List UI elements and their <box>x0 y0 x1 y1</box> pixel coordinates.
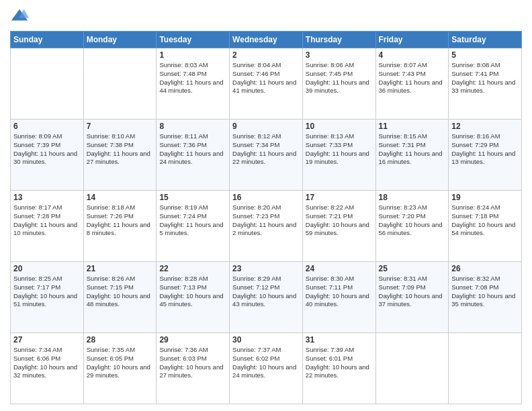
day-cell: 5Sunrise: 8:08 AM Sunset: 7:41 PM Daylig… <box>449 48 522 120</box>
day-number: 29 <box>159 335 226 345</box>
day-number: 16 <box>232 193 300 202</box>
day-cell: 23Sunrise: 8:29 AM Sunset: 7:12 PM Dayli… <box>230 262 303 333</box>
day-cell: 21Sunrise: 8:26 AM Sunset: 7:15 PM Dayli… <box>83 262 157 333</box>
day-cell: 29Sunrise: 7:36 AM Sunset: 6:03 PM Dayli… <box>157 333 230 404</box>
day-cell: 14Sunrise: 8:18 AM Sunset: 7:26 PM Dayli… <box>83 191 157 262</box>
weekday-header-wednesday: Wednesday <box>230 32 303 48</box>
day-number: 8 <box>159 122 226 131</box>
day-number: 28 <box>87 335 154 345</box>
day-number: 18 <box>379 193 446 202</box>
day-info: Sunrise: 8:32 AM Sunset: 7:08 PM Dayligh… <box>451 275 519 309</box>
day-info: Sunrise: 8:08 AM Sunset: 7:41 PM Dayligh… <box>451 61 519 95</box>
day-cell: 26Sunrise: 8:32 AM Sunset: 7:08 PM Dayli… <box>449 262 522 333</box>
day-number: 21 <box>87 264 154 273</box>
day-cell: 6Sunrise: 8:09 AM Sunset: 7:39 PM Daylig… <box>11 120 84 191</box>
day-info: Sunrise: 8:07 AM Sunset: 7:43 PM Dayligh… <box>379 61 446 95</box>
day-info: Sunrise: 7:39 AM Sunset: 6:01 PM Dayligh… <box>306 346 373 380</box>
week-row-1: 1Sunrise: 8:03 AM Sunset: 7:48 PM Daylig… <box>11 48 522 120</box>
day-number: 1 <box>159 50 226 60</box>
day-number: 27 <box>13 335 81 345</box>
day-cell: 18Sunrise: 8:23 AM Sunset: 7:20 PM Dayli… <box>375 191 449 262</box>
day-info: Sunrise: 8:16 AM Sunset: 7:29 PM Dayligh… <box>451 132 519 167</box>
day-number: 7 <box>87 122 154 131</box>
week-row-4: 20Sunrise: 8:25 AM Sunset: 7:17 PM Dayli… <box>11 262 522 333</box>
day-cell: 28Sunrise: 7:35 AM Sunset: 6:05 PM Dayli… <box>83 333 157 404</box>
day-info: Sunrise: 8:29 AM Sunset: 7:12 PM Dayligh… <box>232 275 300 309</box>
day-number: 25 <box>379 264 446 273</box>
day-cell: 16Sunrise: 8:20 AM Sunset: 7:23 PM Dayli… <box>230 191 303 262</box>
day-info: Sunrise: 8:26 AM Sunset: 7:15 PM Dayligh… <box>87 275 154 309</box>
day-cell: 17Sunrise: 8:22 AM Sunset: 7:21 PM Dayli… <box>302 191 375 262</box>
day-cell: 31Sunrise: 7:39 AM Sunset: 6:01 PM Dayli… <box>302 333 375 404</box>
day-number: 22 <box>159 264 226 273</box>
day-info: Sunrise: 8:20 AM Sunset: 7:23 PM Dayligh… <box>232 203 300 238</box>
day-cell: 25Sunrise: 8:31 AM Sunset: 7:09 PM Dayli… <box>375 262 449 333</box>
day-number: 23 <box>232 264 300 273</box>
day-cell: 1Sunrise: 8:03 AM Sunset: 7:48 PM Daylig… <box>157 48 230 120</box>
weekday-header-row: SundayMondayTuesdayWednesdayThursdayFrid… <box>11 32 522 48</box>
day-number: 6 <box>13 122 81 131</box>
day-number: 5 <box>451 50 519 60</box>
weekday-header-monday: Monday <box>83 32 157 48</box>
day-info: Sunrise: 8:25 AM Sunset: 7:17 PM Dayligh… <box>13 275 81 309</box>
day-cell: 9Sunrise: 8:12 AM Sunset: 7:34 PM Daylig… <box>230 120 303 191</box>
day-number: 31 <box>306 335 373 345</box>
day-cell: 3Sunrise: 8:06 AM Sunset: 7:45 PM Daylig… <box>302 48 375 120</box>
day-info: Sunrise: 8:10 AM Sunset: 7:38 PM Dayligh… <box>87 132 154 167</box>
day-info: Sunrise: 8:28 AM Sunset: 7:13 PM Dayligh… <box>159 275 226 309</box>
day-cell: 2Sunrise: 8:04 AM Sunset: 7:46 PM Daylig… <box>230 48 303 120</box>
calendar-table: SundayMondayTuesdayWednesdayThursdayFrid… <box>10 31 522 404</box>
day-number: 11 <box>379 122 446 131</box>
day-number: 19 <box>451 193 519 202</box>
page: SundayMondayTuesdayWednesdayThursdayFrid… <box>0 0 532 411</box>
day-info: Sunrise: 8:03 AM Sunset: 7:48 PM Dayligh… <box>159 61 226 95</box>
day-number: 2 <box>232 50 300 60</box>
day-info: Sunrise: 8:24 AM Sunset: 7:18 PM Dayligh… <box>451 203 519 238</box>
day-info: Sunrise: 7:35 AM Sunset: 6:05 PM Dayligh… <box>87 346 154 380</box>
day-info: Sunrise: 8:11 AM Sunset: 7:36 PM Dayligh… <box>159 132 226 167</box>
day-cell: 15Sunrise: 8:19 AM Sunset: 7:24 PM Dayli… <box>157 191 230 262</box>
day-info: Sunrise: 8:22 AM Sunset: 7:21 PM Dayligh… <box>306 203 373 238</box>
week-row-5: 27Sunrise: 7:34 AM Sunset: 6:06 PM Dayli… <box>11 333 522 404</box>
day-number: 3 <box>306 50 373 60</box>
day-info: Sunrise: 8:31 AM Sunset: 7:09 PM Dayligh… <box>379 275 446 309</box>
day-info: Sunrise: 8:15 AM Sunset: 7:31 PM Dayligh… <box>379 132 446 167</box>
day-cell: 12Sunrise: 8:16 AM Sunset: 7:29 PM Dayli… <box>449 120 522 191</box>
day-cell <box>449 333 522 404</box>
day-cell: 8Sunrise: 8:11 AM Sunset: 7:36 PM Daylig… <box>157 120 230 191</box>
weekday-header-thursday: Thursday <box>302 32 375 48</box>
day-number: 4 <box>379 50 446 60</box>
day-number: 10 <box>306 122 373 131</box>
day-cell: 4Sunrise: 8:07 AM Sunset: 7:43 PM Daylig… <box>375 48 449 120</box>
day-cell <box>375 333 449 404</box>
day-number: 26 <box>451 264 519 273</box>
day-number: 24 <box>306 264 373 273</box>
day-info: Sunrise: 8:19 AM Sunset: 7:24 PM Dayligh… <box>159 203 226 238</box>
day-cell: 7Sunrise: 8:10 AM Sunset: 7:38 PM Daylig… <box>83 120 157 191</box>
day-info: Sunrise: 8:04 AM Sunset: 7:46 PM Dayligh… <box>232 61 300 95</box>
day-cell <box>83 48 157 120</box>
day-number: 14 <box>87 193 154 202</box>
day-info: Sunrise: 8:18 AM Sunset: 7:26 PM Dayligh… <box>87 203 154 238</box>
logo-icon <box>10 7 29 26</box>
day-number: 13 <box>13 193 81 202</box>
day-number: 20 <box>13 264 81 273</box>
day-cell: 20Sunrise: 8:25 AM Sunset: 7:17 PM Dayli… <box>11 262 84 333</box>
day-cell: 24Sunrise: 8:30 AM Sunset: 7:11 PM Dayli… <box>302 262 375 333</box>
day-info: Sunrise: 8:13 AM Sunset: 7:33 PM Dayligh… <box>306 132 373 167</box>
day-cell: 27Sunrise: 7:34 AM Sunset: 6:06 PM Dayli… <box>11 333 84 404</box>
day-number: 12 <box>451 122 519 131</box>
day-cell: 13Sunrise: 8:17 AM Sunset: 7:28 PM Dayli… <box>11 191 84 262</box>
day-cell: 11Sunrise: 8:15 AM Sunset: 7:31 PM Dayli… <box>375 120 449 191</box>
day-cell: 30Sunrise: 7:37 AM Sunset: 6:02 PM Dayli… <box>230 333 303 404</box>
day-info: Sunrise: 8:12 AM Sunset: 7:34 PM Dayligh… <box>232 132 300 167</box>
day-info: Sunrise: 7:37 AM Sunset: 6:02 PM Dayligh… <box>232 346 300 380</box>
day-cell: 10Sunrise: 8:13 AM Sunset: 7:33 PM Dayli… <box>302 120 375 191</box>
weekday-header-saturday: Saturday <box>449 32 522 48</box>
weekday-header-tuesday: Tuesday <box>157 32 230 48</box>
weekday-header-friday: Friday <box>375 32 449 48</box>
weekday-header-sunday: Sunday <box>11 32 84 48</box>
day-info: Sunrise: 8:09 AM Sunset: 7:39 PM Dayligh… <box>13 132 81 167</box>
day-info: Sunrise: 8:23 AM Sunset: 7:20 PM Dayligh… <box>379 203 446 238</box>
day-info: Sunrise: 7:34 AM Sunset: 6:06 PM Dayligh… <box>13 346 81 380</box>
